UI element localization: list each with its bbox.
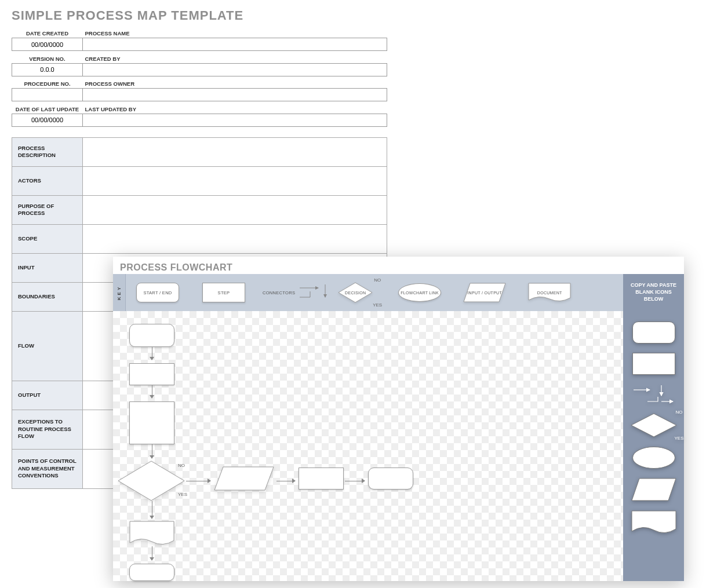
key-shape-connectors: CONNECTORS (263, 290, 295, 295)
field-actors[interactable] (83, 166, 387, 195)
key-shape-decision: DECISION NO YES (338, 282, 373, 303)
flowchart-title: PROCESS FLOWCHART (113, 257, 684, 274)
decision-yes-label: YES (373, 302, 382, 308)
key-connectors-icon (299, 282, 329, 303)
label-date-last-update: DATE OF LAST UPDATE (12, 104, 83, 114)
arrow-icon (186, 478, 210, 484)
field-procedure-no[interactable] (12, 89, 83, 101)
canvas-no-label: NO (178, 463, 185, 468)
field-purpose[interactable] (83, 195, 387, 224)
key-shape-io: INPUT / OUTPUT (463, 283, 506, 302)
label-scope: SCOPE (12, 224, 83, 253)
flowchart-panel: PROCESS FLOWCHART KEY START / END STEP C… (113, 257, 684, 581)
arrow-icon (149, 444, 155, 458)
canvas-step-1[interactable] (129, 363, 174, 385)
label-exceptions: EXCEPTIONS TO ROUTINE PROCESS FLOW (12, 410, 83, 449)
field-last-updated-by[interactable] (83, 114, 387, 126)
canvas-step-3[interactable] (299, 468, 344, 490)
canvas-terminator-1[interactable] (129, 324, 174, 347)
label-points-of-control: POINTS OF CONTROL AND MEASUREMENT CONVEN… (12, 449, 83, 488)
key-shape-link: FLOWCHART LINK (398, 283, 441, 302)
key-shape-step: STEP (202, 283, 245, 302)
arrow-icon (345, 478, 365, 484)
arrow-icon (149, 347, 155, 360)
label-input: INPUT (12, 253, 83, 282)
field-date-last-update[interactable]: 00/00/0000 (12, 114, 83, 126)
field-created-by[interactable] (83, 63, 387, 76)
key-tab-label: KEY (117, 285, 122, 300)
key-label-decision: DECISION (345, 291, 366, 295)
label-process-owner: PROCESS OWNER (83, 78, 387, 89)
copy-paste-banner: COPY AND PASTE BLANK ICONS BELOW (623, 274, 684, 311)
key-label-document: DOCUMENT (537, 291, 562, 295)
arrow-icon (149, 501, 155, 518)
key-shape-terminator: START / END (136, 283, 179, 302)
canvas-terminator-3[interactable] (129, 564, 174, 581)
key-label-terminator: START / END (143, 290, 172, 295)
label-process-name: PROCESS NAME (83, 28, 387, 38)
label-date-created: DATE CREATED (12, 28, 83, 38)
palette-no-label: NO (676, 410, 683, 415)
svg-marker-10 (632, 479, 676, 501)
label-process-description: PROCESS DESCRIPTION (12, 137, 83, 166)
field-scope[interactable] (83, 224, 387, 253)
palette-document-icon[interactable] (631, 510, 676, 535)
field-version-no[interactable]: 0.0.0 (12, 63, 83, 76)
field-process-owner[interactable] (83, 89, 387, 101)
label-last-updated-by: LAST UPDATED BY (83, 104, 387, 114)
svg-marker-9 (631, 414, 676, 437)
label-procedure-no: PROCEDURE NO. (12, 78, 83, 89)
flowchart-key-bar: KEY START / END STEP CONNECTORS DECISIO (113, 274, 684, 311)
label-boundaries: BOUNDARIES (12, 282, 83, 311)
label-flow: FLOW (12, 311, 83, 381)
key-shape-document: DOCUMENT (528, 283, 571, 302)
palette-decision-icon[interactable]: NO YES (631, 413, 677, 437)
key-label-step: STEP (218, 290, 230, 295)
label-output: OUTPUT (12, 381, 83, 410)
key-tab: KEY (113, 274, 126, 311)
flowchart-canvas[interactable]: NO YES (113, 311, 623, 581)
field-process-description[interactable] (83, 137, 387, 166)
canvas-io[interactable] (214, 466, 274, 491)
canvas-decision[interactable] (118, 461, 185, 501)
palette-terminator-icon[interactable] (632, 322, 675, 344)
canvas-document[interactable] (129, 521, 174, 546)
canvas-yes-label: YES (178, 492, 187, 497)
key-label-link: FLOWCHART LINK (401, 291, 439, 295)
palette-link-icon[interactable] (632, 447, 675, 469)
svg-marker-5 (214, 467, 274, 490)
label-actors: ACTORS (12, 166, 83, 195)
palette-connectors-icon[interactable] (632, 384, 675, 404)
label-created-by: CREATED BY (83, 53, 387, 64)
canvas-terminator-2[interactable] (368, 468, 413, 490)
palette-step-icon[interactable] (632, 353, 675, 375)
label-version-no: VERSION NO. (12, 53, 83, 64)
shape-palette: NO YES (623, 311, 684, 581)
page-title: SIMPLE PROCESS MAP TEMPLATE (0, 0, 706, 28)
field-process-name[interactable] (83, 38, 387, 51)
arrow-icon (149, 385, 155, 398)
canvas-step-2[interactable] (129, 401, 174, 444)
key-label-io: INPUT / OUTPUT (467, 291, 502, 295)
label-purpose: PURPOSE OF PROCESS (12, 195, 83, 224)
arrow-icon (149, 546, 155, 560)
field-date-created[interactable]: 00/00/0000 (12, 38, 83, 51)
svg-marker-4 (118, 461, 184, 501)
key-label-connectors: CONNECTORS (263, 290, 295, 295)
decision-no-label: NO (374, 277, 381, 283)
arrow-icon (276, 478, 295, 484)
palette-io-icon[interactable] (631, 478, 676, 501)
palette-yes-label: YES (674, 436, 683, 441)
metadata-table: DATE CREATED PROCESS NAME 00/00/0000 VER… (12, 28, 387, 127)
